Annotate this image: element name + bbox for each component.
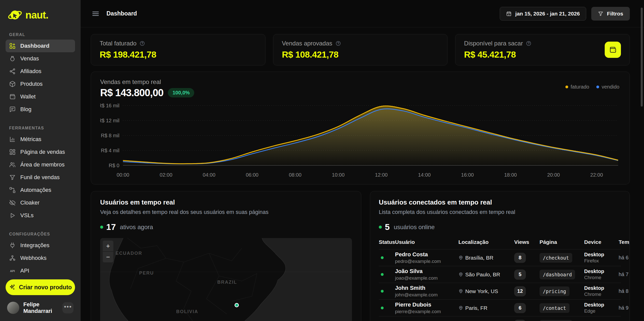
svg-text:18:00: 18:00 [504,172,517,178]
stat-card-total-faturado: Total faturado R$ 198.421,78 [91,34,265,65]
device-type: Desktop [584,285,619,291]
map-pin-icon [458,255,463,260]
user-email: pierre@example.com [395,309,458,314]
svg-text:R$ 0: R$ 0 [109,163,119,168]
date-range-button[interactable]: jan 15, 2026 - jan 21, 2026 [500,7,586,21]
sidebar-item[interactable]: Afiliados [6,65,75,78]
table-row: Pierre Dubois pierre@example.com Paris, … [379,299,621,316]
sidebar-item-label: Automações [20,187,51,193]
create-product-label: Criar novo produto [19,284,72,291]
sidebar-item[interactable]: Integrações [6,239,75,252]
stat-value: R$ 198.421,78 [100,49,156,60]
legend-dot-faturado [565,86,568,88]
connected-users-panel: Usuários conectados em tempo real Lista … [370,191,630,321]
user-email: joao@example.com [395,275,458,281]
page-path: /contact [540,303,569,313]
map-label-brazil: BRAZIL [217,280,237,285]
user-location: Paris, FR [465,305,488,311]
svg-text:16:00: 16:00 [461,172,474,178]
map-pin-icon [458,306,463,310]
sidebar-item[interactable]: Página de vendas [6,146,75,158]
user-name: Felipe Mandarrari [23,301,58,314]
sidebar-item[interactable]: Webhooks [6,252,75,264]
chart-icon [9,136,16,143]
col-localizacao: Localização [458,239,514,245]
device-type: Desktop [584,302,619,308]
map-tile-seam [100,272,352,272]
help-icon[interactable] [335,41,341,46]
device-browser: Firefox [584,258,619,264]
stat-label: Vendas aprovadas [282,40,332,47]
eyeoff-icon [9,199,16,206]
sidebar-item-label: Wallet [20,93,35,100]
panel-title: Usuários em tempo real [100,198,352,206]
svg-text:20:00: 20:00 [547,172,560,178]
sidebar-item-label: Afiliados [20,68,41,75]
online-status-dot [381,307,384,309]
sidebar-item[interactable]: Dashboard [6,40,75,52]
sidebar-item[interactable]: Cloaker [6,196,75,209]
sidebar-item-label: Blog [20,106,31,113]
svg-text:02:00: 02:00 [160,172,172,178]
table-row: Maria Santos Rio de Janeiro, BR 3 /produ… [379,316,621,321]
main-area: Dashboard jan 15, 2026 - jan 21, 2026 Fi… [81,0,644,321]
sidebar-item[interactable]: Blog [6,103,75,116]
sidebar-item-label: VSLs [20,212,34,219]
table-body: Pedro Costa pedro@example.com Brasília, … [379,249,621,321]
funnel-icon [9,174,16,181]
filters-button[interactable]: Filtros [591,7,630,21]
active-users-label: ativos agora [120,224,153,231]
panel-title: Usuários conectados em tempo real [379,198,621,206]
online-dot [379,226,382,229]
views-badge: 12 [514,286,526,296]
user-name: João Silva [395,268,458,275]
sidebar-item[interactable]: Automações [6,184,75,196]
sidebar-item-label: API [20,267,29,274]
map-label-ecuador: ECUADOR [116,251,142,256]
svg-text:08:00: 08:00 [289,172,301,178]
svg-text:22:00: 22:00 [590,172,603,178]
user-menu-button[interactable]: ••• [62,302,74,313]
user-profile[interactable]: Felipe Mandarrari ••• [6,301,75,314]
sidebar-item[interactable]: Produtos [6,78,75,90]
section-label-ferramentas: FERRAMENTAS [6,126,75,130]
table-header: Status Usuário Localização Views Página … [379,239,621,249]
help-icon[interactable] [139,41,145,46]
sidebar-item-label: Página de vendas [20,149,65,155]
package-icon [9,81,16,87]
sidebar-item[interactable]: Vendas [6,52,75,65]
map-pin-icon [458,289,463,294]
svg-text:R$ 8 mil: R$ 8 mil [101,133,119,138]
calendar-icon [506,11,512,16]
sidebar-item[interactable]: API API [6,264,75,277]
sidebar-item-label: Produtos [20,81,43,87]
world-map[interactable]: ECUADOR PERU BRAZIL BOLIVIA + − [100,238,352,321]
panel-subtitle: Veja os detalhes em tempo real dos seus … [100,209,352,215]
map-zoom-out-button[interactable]: − [103,252,113,262]
active-users-count: 17 [106,222,116,232]
user-location: New York, US [465,288,498,294]
plug-icon [9,242,16,249]
time-ago: há 8 [619,288,630,294]
page-path: /checkout [540,253,572,263]
online-status-dot [381,256,384,259]
sidebar-item[interactable]: Funil de vendas [6,171,75,184]
sidebar-item[interactable]: VSLs [6,209,75,222]
share-icon [9,68,16,75]
table-row: John Smith john@example.com New York, US… [379,283,621,299]
svg-text:R$ 16 mil: R$ 16 mil [100,103,119,108]
user-name: Pedro Costa [395,251,458,258]
map-zoom-in-button[interactable]: + [103,241,113,251]
sidebar-toggle-icon[interactable] [91,9,100,18]
sidebar-item[interactable]: Área de membros [6,158,75,171]
legend-faturado: faturado [565,84,589,90]
logo[interactable]: naut. [6,8,75,22]
withdraw-button[interactable] [605,42,621,58]
stat-label: Disponível para sacar [464,40,523,47]
create-product-button[interactable]: Criar novo produto [6,279,75,295]
sidebar-item-label: Webhooks [20,255,47,261]
sidebar-item[interactable]: Wallet [6,90,75,103]
help-icon[interactable] [526,41,531,46]
scrollbar-thumb[interactable] [641,8,643,107]
sidebar-item[interactable]: Métricas [6,133,75,146]
